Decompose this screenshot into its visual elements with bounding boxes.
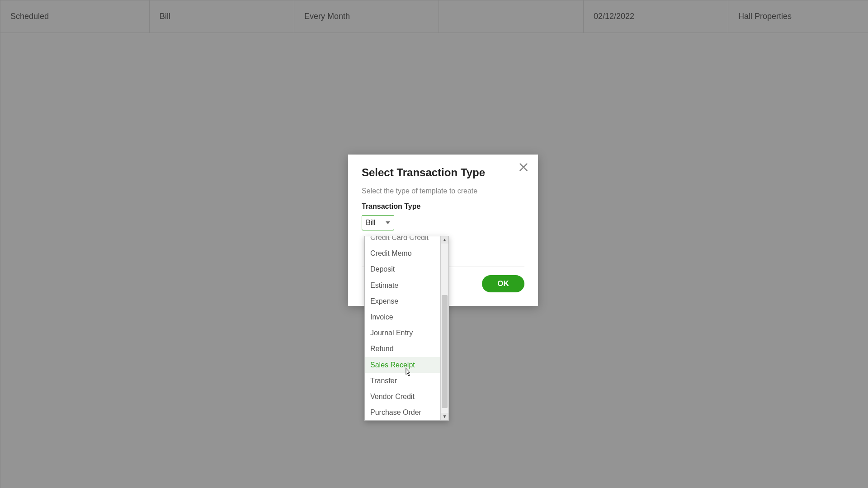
close-icon[interactable] [517,161,530,174]
dropdown-scrollbar[interactable]: ▲ ▼ [440,236,448,420]
dropdown-option[interactable]: Invoice [365,309,440,325]
dropdown-option[interactable]: Sales Receipt [365,357,440,373]
scroll-down-arrow-icon[interactable]: ▼ [441,413,448,420]
dropdown-option[interactable]: Transfer [365,373,440,389]
dropdown-option[interactable]: Refund [365,341,440,357]
dropdown-option[interactable]: Journal Entry [365,325,440,341]
dropdown-option[interactable]: Deposit [365,261,440,277]
dropdown-option[interactable]: Expense [365,293,440,309]
dropdown-option[interactable]: Vendor Credit [365,389,440,404]
chevron-down-icon [386,221,390,224]
dialog-title: Select Transaction Type [362,166,524,179]
dialog-subtitle: Select the type of template to create [362,187,524,195]
dropdown-option[interactable]: Purchase Order [365,404,440,420]
dropdown-option[interactable]: Credit Memo [365,245,440,261]
dropdown-option[interactable]: Estimate [365,277,440,293]
transaction-type-dropdown: Credit Card CreditCredit MemoDepositEsti… [364,236,449,421]
transaction-type-select[interactable]: Bill [362,215,394,230]
scroll-thumb[interactable] [442,295,448,408]
scroll-up-arrow-icon[interactable]: ▲ [441,236,448,244]
dropdown-option[interactable]: Credit Card Credit [365,236,440,245]
field-label-transaction-type: Transaction Type [362,202,524,211]
ok-button[interactable]: OK [482,275,524,292]
select-value: Bill [366,219,375,227]
